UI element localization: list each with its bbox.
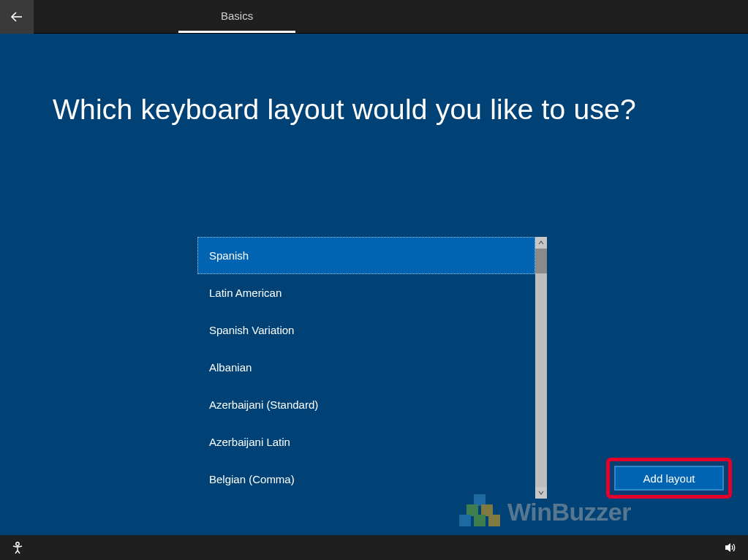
title-bar: Basics xyxy=(0,0,748,34)
layout-option[interactable]: Latin American xyxy=(197,274,535,311)
add-layout-label: Add layout xyxy=(643,472,695,485)
add-layout-button[interactable]: Add layout xyxy=(614,466,724,491)
layout-option[interactable]: Albanian xyxy=(197,349,535,386)
watermark-logo-icon xyxy=(459,494,502,529)
scroll-track[interactable] xyxy=(535,249,547,487)
back-button[interactable] xyxy=(0,0,34,34)
ease-of-access-button[interactable] xyxy=(10,540,25,555)
layout-option[interactable]: Belgian (Comma) xyxy=(197,461,535,498)
scroll-up-button[interactable] xyxy=(535,237,547,249)
tab-basics[interactable]: Basics xyxy=(178,10,295,33)
layout-list-body: SpanishLatin AmericanSpanish VariationAl… xyxy=(197,237,535,499)
svg-point-1 xyxy=(16,542,19,545)
back-arrow-icon xyxy=(10,10,24,24)
watermark-text: WinBuzzer xyxy=(507,498,631,526)
watermark: WinBuzzer xyxy=(459,494,631,529)
chevron-down-icon xyxy=(538,490,544,496)
annotation-highlight: Add layout xyxy=(606,458,732,499)
layout-option[interactable]: Spanish Variation xyxy=(197,311,535,349)
scroll-thumb[interactable] xyxy=(535,249,547,273)
layout-option[interactable]: Spanish xyxy=(197,237,535,274)
chevron-up-icon xyxy=(538,240,544,246)
layout-option[interactable]: Azerbaijani (Standard) xyxy=(197,386,535,423)
speaker-icon xyxy=(724,541,737,554)
bottom-bar xyxy=(0,535,748,560)
tab-label: Basics xyxy=(221,10,253,22)
tab-zone: Basics xyxy=(34,0,748,33)
keyboard-layout-list: SpanishLatin AmericanSpanish VariationAl… xyxy=(197,237,547,499)
svg-marker-2 xyxy=(725,543,730,552)
layout-option[interactable]: Azerbaijani Latin xyxy=(197,423,535,461)
page-heading: Which keyboard layout would you like to … xyxy=(53,94,748,126)
main-content: Which keyboard layout would you like to … xyxy=(0,34,748,535)
ease-of-access-icon xyxy=(11,541,24,554)
action-area: Add layout xyxy=(606,458,732,499)
scroll-down-button[interactable] xyxy=(535,487,547,499)
scrollbar[interactable] xyxy=(535,237,547,499)
volume-button[interactable] xyxy=(723,540,738,555)
